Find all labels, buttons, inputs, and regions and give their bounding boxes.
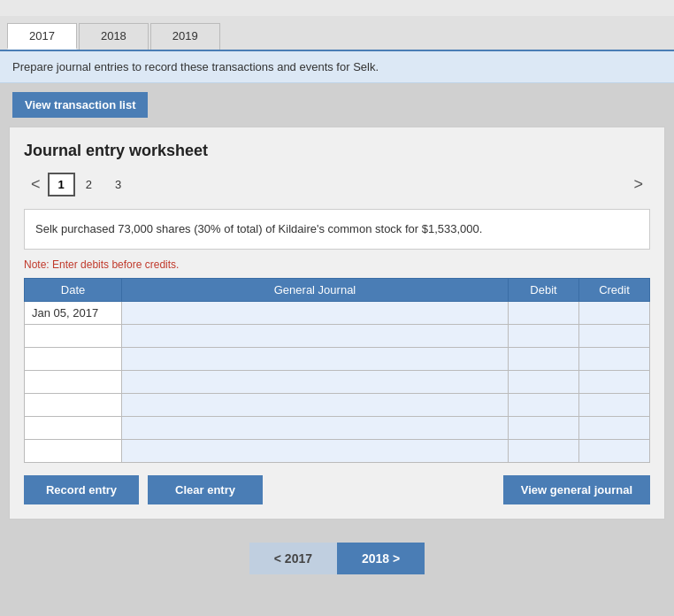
journal-input-1[interactable] — [122, 302, 508, 324]
info-text: Prepare journal entries to record these … — [12, 60, 379, 73]
journal-table: Date General Journal Debit Credit Jan 05… — [24, 278, 650, 463]
date-cell-6 — [25, 416, 122, 439]
journal-cell-1[interactable] — [122, 301, 509, 324]
journal-input-4[interactable] — [122, 371, 508, 393]
journal-cell-5[interactable] — [122, 393, 509, 416]
top-bar — [0, 0, 674, 16]
page-1[interactable]: 1 — [48, 173, 75, 196]
credit-cell-1[interactable] — [579, 301, 650, 324]
table-row — [25, 370, 650, 393]
date-cell-5 — [25, 393, 122, 416]
debit-cell-1[interactable] — [509, 301, 579, 324]
page-3[interactable]: 3 — [106, 174, 130, 195]
page-nav: < 1 2 3 > — [24, 173, 650, 196]
table-row — [25, 347, 650, 370]
worksheet-container: Journal entry worksheet < 1 2 3 > Selk p… — [9, 127, 665, 520]
debit-cell-7[interactable] — [509, 439, 579, 462]
debit-input-7[interactable] — [509, 440, 578, 462]
bottom-prev-button[interactable]: < 2017 — [249, 543, 337, 574]
debit-cell-4[interactable] — [509, 370, 579, 393]
debit-input-3[interactable] — [509, 348, 578, 370]
debit-input-1[interactable] — [509, 302, 578, 324]
journal-input-3[interactable] — [122, 348, 508, 370]
debit-cell-3[interactable] — [509, 347, 579, 370]
tabs-row: 2017 2018 2019 — [0, 16, 674, 51]
journal-cell-7[interactable] — [122, 439, 509, 462]
journal-input-7[interactable] — [122, 440, 508, 462]
journal-input-6[interactable] — [122, 417, 508, 439]
table-row: Jan 05, 2017 — [25, 301, 650, 324]
credit-cell-5[interactable] — [579, 393, 650, 416]
journal-input-2[interactable] — [122, 325, 508, 347]
date-cell-4 — [25, 370, 122, 393]
credit-input-4[interactable] — [579, 371, 649, 393]
view-general-journal-button[interactable]: View general journal — [503, 475, 650, 504]
credit-input-1[interactable] — [579, 302, 649, 324]
debit-input-5[interactable] — [509, 394, 578, 416]
date-cell-7 — [25, 439, 122, 462]
debit-input-6[interactable] — [509, 417, 578, 439]
credit-input-3[interactable] — [579, 348, 649, 370]
col-credit: Credit — [579, 278, 650, 301]
debit-input-2[interactable] — [509, 325, 578, 347]
date-cell-3 — [25, 347, 122, 370]
col-journal: General Journal — [122, 278, 509, 301]
col-debit: Debit — [509, 278, 579, 301]
table-row — [25, 393, 650, 416]
action-buttons-row: Record entry Clear entry View general jo… — [24, 475, 650, 504]
tab-2017[interactable]: 2017 — [7, 23, 77, 50]
table-row — [25, 439, 650, 462]
journal-cell-4[interactable] — [122, 370, 509, 393]
credit-input-2[interactable] — [579, 325, 649, 347]
description-text: Selk purchased 73,000 shares (30% of tot… — [35, 222, 482, 235]
credit-cell-4[interactable] — [579, 370, 650, 393]
view-transaction-button[interactable]: View transaction list — [12, 92, 148, 118]
table-row — [25, 416, 650, 439]
journal-cell-3[interactable] — [122, 347, 509, 370]
col-date: Date — [25, 278, 122, 301]
table-row — [25, 324, 650, 347]
date-cell-1: Jan 05, 2017 — [25, 301, 122, 324]
debit-cell-2[interactable] — [509, 324, 579, 347]
credit-input-6[interactable] — [579, 417, 649, 439]
debit-cell-5[interactable] — [509, 393, 579, 416]
bottom-nav: < 2017 2018 > — [0, 528, 674, 583]
worksheet-title: Journal entry worksheet — [24, 142, 650, 160]
note-text: Note: Enter debits before credits. — [24, 258, 650, 271]
debit-cell-6[interactable] — [509, 416, 579, 439]
page-2[interactable]: 2 — [77, 174, 101, 195]
debit-input-4[interactable] — [509, 371, 578, 393]
bottom-next-button[interactable]: 2018 > — [337, 543, 425, 574]
credit-cell-6[interactable] — [579, 416, 650, 439]
tab-2019[interactable]: 2019 — [150, 23, 220, 50]
journal-cell-2[interactable] — [122, 324, 509, 347]
credit-cell-3[interactable] — [579, 347, 650, 370]
record-entry-button[interactable]: Record entry — [24, 475, 139, 504]
journal-input-5[interactable] — [122, 394, 508, 416]
clear-entry-button[interactable]: Clear entry — [148, 475, 263, 504]
credit-cell-2[interactable] — [579, 324, 650, 347]
date-cell-2 — [25, 324, 122, 347]
credit-input-7[interactable] — [579, 440, 649, 462]
nav-right-arrow[interactable]: > — [626, 173, 650, 196]
credit-input-5[interactable] — [579, 394, 649, 416]
info-bar: Prepare journal entries to record these … — [0, 51, 674, 83]
journal-cell-6[interactable] — [122, 416, 509, 439]
tab-2018[interactable]: 2018 — [79, 23, 149, 50]
credit-cell-7[interactable] — [579, 439, 650, 462]
nav-left-arrow[interactable]: < — [24, 173, 48, 196]
description-box: Selk purchased 73,000 shares (30% of tot… — [24, 209, 650, 250]
